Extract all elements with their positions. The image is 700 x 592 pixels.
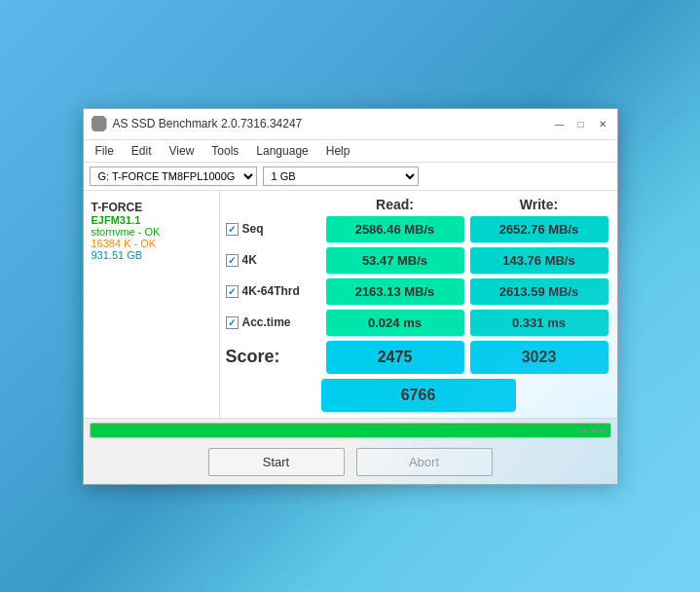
read-header: Read: xyxy=(323,197,467,212)
drive-model: EJFM31.1 xyxy=(92,214,211,226)
application-window: AS SSD Benchmark 2.0.7316.34247 — □ ✕ Fi… xyxy=(83,108,618,485)
menu-file[interactable]: File xyxy=(88,142,122,160)
menu-bar: File Edit View Tools Language Help xyxy=(84,140,617,163)
menu-language[interactable]: Language xyxy=(248,142,315,160)
size-select[interactable]: 1 GB xyxy=(263,166,419,186)
4k64-read-value: 2163.13 MB/s xyxy=(326,278,464,305)
button-row: Start Abort xyxy=(90,444,611,480)
minimize-button[interactable]: — xyxy=(553,117,567,130)
4k-checkbox[interactable]: ✓ xyxy=(226,254,239,267)
4k-write-value: 143.76 MB/s xyxy=(470,247,608,274)
bench-row-4k64: ✓ 4K-64Thrd 2163.13 MB/s 2613.59 MB/s xyxy=(226,278,611,305)
progress-bar-track: ✦✦✦ xyxy=(90,423,611,438)
acctime-checkbox[interactable]: ✓ xyxy=(226,316,239,329)
drive-sector: 16384 K - OK xyxy=(92,238,211,249)
bench-row-4k: ✓ 4K 53.47 MB/s 143.76 MB/s xyxy=(226,247,611,274)
bottom-area: ✦✦✦ Start Abort xyxy=(84,418,617,484)
title-text: AS SSD Benchmark 2.0.7316.34247 xyxy=(113,117,553,130)
drive-brand: T-FORCE xyxy=(92,201,211,214)
menu-edit[interactable]: Edit xyxy=(124,142,160,160)
seq-write-value: 2652.76 MB/s xyxy=(470,216,608,242)
write-header: Write: xyxy=(467,197,611,212)
score-total-value: 6766 xyxy=(321,379,516,412)
score-read-value: 2475 xyxy=(326,341,464,374)
score-total-row: 6766 xyxy=(226,379,611,412)
close-button[interactable]: ✕ xyxy=(596,117,609,130)
seq-checkbox[interactable]: ✓ xyxy=(226,223,239,236)
bench-row-seq: ✓ Seq 2586.46 MB/s 2652.76 MB/s xyxy=(226,216,611,242)
seq-label: ✓ Seq xyxy=(226,222,323,236)
drive-select[interactable]: G: T-FORCE TM8FPL1000G xyxy=(90,166,257,186)
title-bar: AS SSD Benchmark 2.0.7316.34247 — □ ✕ xyxy=(84,109,617,140)
score-label: Score: xyxy=(226,347,323,367)
4k64-label: ✓ 4K-64Thrd xyxy=(226,284,323,298)
maximize-button[interactable]: □ xyxy=(574,117,588,130)
menu-tools[interactable]: Tools xyxy=(203,142,246,160)
score-write-value: 3023 xyxy=(470,341,608,374)
toolbar: G: T-FORCE TM8FPL1000G 1 GB xyxy=(84,163,617,191)
progress-icon: ✦✦✦ xyxy=(580,425,607,437)
bench-headers: Read: Write: xyxy=(226,197,611,212)
benchmark-panel: Read: Write: ✓ Seq 2586.46 MB/s 2652.76 … xyxy=(220,191,617,418)
acctime-write-value: 0.331 ms xyxy=(470,310,608,336)
progress-bar-fill xyxy=(91,424,610,437)
4k-label: ✓ 4K xyxy=(226,253,323,267)
menu-help[interactable]: Help xyxy=(318,142,358,160)
acctime-label: ✓ Acc.time xyxy=(226,315,323,329)
drive-driver: stornvme - OK xyxy=(92,226,211,238)
drive-info-panel: T-FORCE EJFM31.1 stornvme - OK 16384 K -… xyxy=(84,191,220,418)
main-content: T-FORCE EJFM31.1 stornvme - OK 16384 K -… xyxy=(84,191,617,418)
start-button[interactable]: Start xyxy=(208,448,345,476)
app-icon xyxy=(92,116,107,131)
window-controls: — □ ✕ xyxy=(553,117,609,130)
menu-view[interactable]: View xyxy=(162,142,203,160)
abort-button[interactable]: Abort xyxy=(356,448,493,476)
4k64-write-value: 2613.59 MB/s xyxy=(470,278,608,305)
drive-size: 931.51 GB xyxy=(92,249,211,261)
seq-read-value: 2586.46 MB/s xyxy=(326,216,464,242)
4k-read-value: 53.47 MB/s xyxy=(326,247,464,274)
bench-row-acctime: ✓ Acc.time 0.024 ms 0.331 ms xyxy=(226,310,611,336)
score-row: Score: 2475 3023 xyxy=(226,341,611,374)
4k64-checkbox[interactable]: ✓ xyxy=(226,285,239,298)
acctime-read-value: 0.024 ms xyxy=(326,310,464,336)
